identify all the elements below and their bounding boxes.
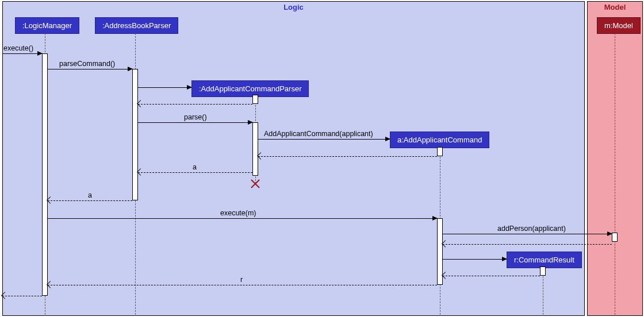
participant-command-result: r:CommandResult (507, 252, 582, 268)
msg-return-a-2-label: a (88, 191, 92, 199)
logic-region-label: Logic (283, 3, 304, 11)
msg-execute-m-label: execute(m) (220, 209, 256, 217)
activation-cr (540, 266, 546, 276)
msg-add-person-label: addPerson(applicant) (497, 225, 566, 233)
participant-add-applicant-command-parser: :AddApplicantCommandParser (191, 80, 309, 97)
destroy-icon (250, 178, 261, 190)
participant-logic-manager: :LogicManager (15, 17, 79, 34)
msg-parse-command-label: parseCommand() (59, 60, 115, 68)
msg-return-a-1-label: a (193, 163, 197, 171)
participant-address-book-parser: :AddressBookParser (95, 17, 178, 34)
activation-aacp-parse (252, 122, 258, 176)
activation-model (612, 233, 618, 242)
activation-logic-manager (42, 53, 48, 296)
msg-create-aac-label: AddApplicantCommand(applicant) (264, 130, 373, 138)
msg-return-r-label: r (240, 276, 243, 284)
model-region-label: Model (604, 3, 626, 11)
msg-execute-label: execute() (3, 44, 33, 52)
activation-aacp-create (252, 95, 258, 104)
activation-aac-create (437, 147, 443, 156)
msg-parse-label: parse() (184, 113, 207, 121)
activation-address-book-parser (132, 69, 138, 200)
participant-add-applicant-command: a:AddApplicantCommand (390, 132, 489, 148)
lifeline-model (615, 33, 615, 315)
logic-region: Logic (2, 1, 585, 316)
participant-model: m:Model (597, 17, 641, 34)
